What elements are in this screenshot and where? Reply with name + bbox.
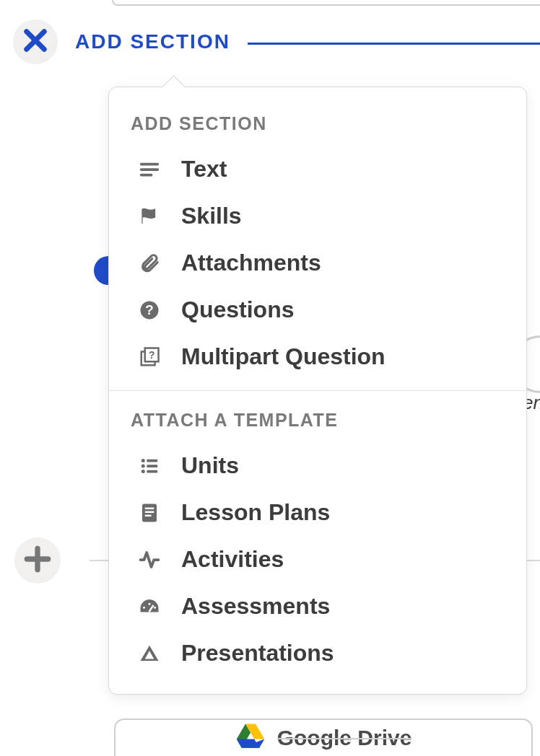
menu-item-activities[interactable]: Activities [109,536,526,583]
list-icon [138,454,161,478]
top-input-outline [112,0,540,6]
menu-item-units[interactable]: Units [109,442,526,489]
menu-item-label: Skills [181,203,242,229]
menu-item-label: Attachments [181,250,321,276]
add-button-secondary[interactable] [14,537,61,584]
header-title[interactable]: ADD SECTION [75,30,230,53]
activity-icon [138,548,161,571]
plus-icon [22,543,53,578]
google-drive-label: Google Drive [277,726,412,750]
svg-point-22 [143,606,145,608]
menu-item-skills[interactable]: Skills [109,193,526,239]
menu-item-lesson-plans[interactable]: Lesson Plans [109,489,526,536]
close-button[interactable] [13,19,58,64]
menu-item-attachments[interactable]: Attachments [109,239,526,286]
header-rule [248,43,540,45]
menu-item-label: Questions [181,296,294,323]
text-lines-icon [138,158,161,181]
google-drive-button[interactable]: Google Drive [114,718,533,756]
svg-point-14 [141,464,145,467]
svg-point-16 [141,470,145,473]
menu-item-text[interactable]: Text [109,146,526,193]
menu-item-label: Activities [181,546,284,573]
popover-heading-template: ATTACH A TEMPLATE [109,404,526,442]
menu-item-label: Units [181,452,239,479]
add-section-popover: ADD SECTION Text Skills Attachments [108,87,527,695]
svg-rect-21 [145,514,152,517]
menu-item-multipart[interactable]: ? Multipart Question [109,333,526,380]
svg-point-12 [141,459,145,462]
popover-heading-add: ADD SECTION [109,107,526,146]
menu-item-questions[interactable]: ? Questions [109,286,526,333]
svg-rect-17 [147,470,157,472]
google-drive-icon [235,721,266,755]
svg-rect-19 [145,507,154,509]
paperclip-icon [138,252,161,275]
close-icon [20,25,51,58]
menu-item-label: Lesson Plans [181,499,330,526]
menu-item-presentations[interactable]: Presentations [109,630,526,677]
popover-divider [109,390,526,391]
menu-item-label: Presentations [181,640,334,667]
add-section-header: ADD SECTION [13,19,540,65]
svg-text:?: ? [149,349,154,360]
svg-point-23 [149,602,151,605]
flag-icon [138,205,161,228]
svg-marker-31 [236,739,259,748]
svg-rect-15 [147,465,157,467]
menu-item-label: Assessments [181,593,330,620]
question-circle-icon: ? [138,299,161,322]
svg-text:?: ? [145,302,153,317]
document-icon [138,501,161,524]
svg-rect-20 [145,511,154,513]
menu-item-assessments[interactable]: Assessments [109,583,526,630]
drive-triangle-icon [138,642,161,665]
menu-item-label: Multipart Question [181,343,386,370]
gauge-icon [138,595,161,618]
svg-point-24 [154,606,156,608]
multipart-icon: ? [138,346,161,369]
menu-item-label: Text [181,156,227,183]
svg-rect-13 [147,459,157,462]
